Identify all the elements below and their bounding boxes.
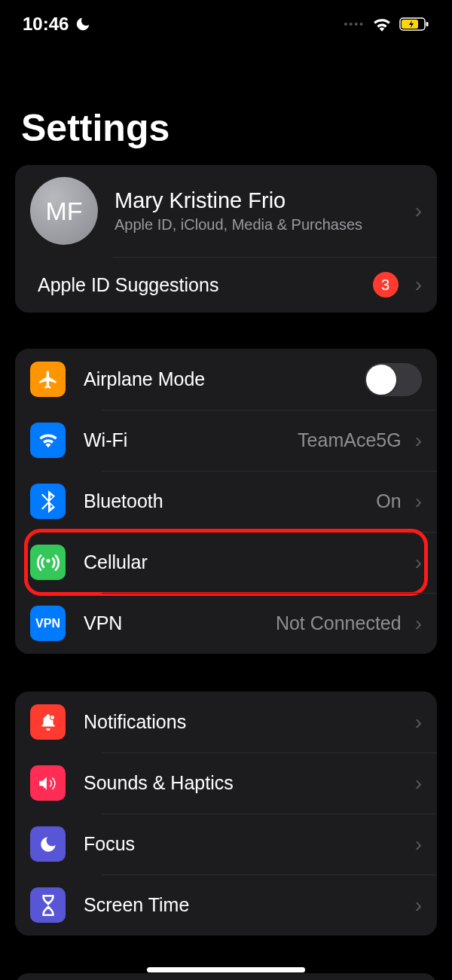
chevron-right-icon: › bbox=[409, 429, 422, 453]
vpn-label: VPN bbox=[66, 612, 276, 634]
chevron-right-icon: › bbox=[409, 771, 422, 795]
wifi-status-icon bbox=[372, 17, 392, 32]
avatar: MF bbox=[30, 177, 98, 245]
sounds-label: Sounds & Haptics bbox=[66, 772, 409, 794]
vpn-icon: VPN bbox=[30, 606, 66, 641]
status-right: •••• bbox=[344, 17, 429, 32]
chevron-right-icon: › bbox=[409, 612, 422, 636]
general-group: General › bbox=[15, 973, 437, 980]
chevron-right-icon: › bbox=[409, 551, 422, 575]
chevron-right-icon: › bbox=[409, 710, 422, 734]
wifi-value: TeamAce5G bbox=[298, 429, 409, 451]
home-indicator[interactable] bbox=[147, 967, 305, 972]
wifi-row[interactable]: Wi-Fi TeamAce5G › bbox=[15, 410, 437, 471]
wifi-label: Wi-Fi bbox=[66, 429, 298, 451]
bluetooth-value: On bbox=[376, 490, 408, 512]
bluetooth-label: Bluetooth bbox=[66, 490, 376, 512]
chevron-right-icon: › bbox=[409, 832, 422, 856]
airplane-icon bbox=[30, 362, 66, 397]
sounds-row[interactable]: Sounds & Haptics › bbox=[15, 753, 437, 814]
chevron-right-icon: › bbox=[409, 199, 422, 223]
chevron-right-icon: › bbox=[409, 490, 422, 514]
svg-point-4 bbox=[50, 716, 53, 719]
notifications-icon bbox=[30, 704, 66, 740]
profile-row[interactable]: MF Mary Kristine Frio Apple ID, iCloud, … bbox=[15, 165, 437, 257]
airplane-mode-row[interactable]: Airplane Mode bbox=[15, 349, 437, 410]
vpn-row[interactable]: VPN VPN Not Connected › bbox=[15, 593, 437, 654]
status-bar: 10:46 •••• bbox=[0, 0, 452, 42]
screentime-label: Screen Time bbox=[66, 894, 409, 916]
cellular-row[interactable]: Cellular › bbox=[15, 532, 437, 593]
cellular-label: Cellular bbox=[66, 551, 409, 573]
general-row[interactable]: General › bbox=[15, 973, 437, 980]
hourglass-icon bbox=[30, 887, 66, 923]
notifications-label: Notifications bbox=[66, 711, 409, 733]
suggestions-label: Apple ID Suggestions bbox=[38, 274, 373, 296]
focus-group: Notifications › Sounds & Haptics › Focus… bbox=[15, 691, 437, 936]
status-left: 10:46 bbox=[23, 14, 91, 35]
sounds-icon bbox=[30, 765, 66, 801]
chevron-right-icon: › bbox=[409, 273, 422, 297]
bluetooth-row[interactable]: Bluetooth On › bbox=[15, 471, 437, 532]
avatar-initials: MF bbox=[45, 197, 82, 226]
bluetooth-icon bbox=[30, 484, 66, 519]
focus-icon bbox=[30, 826, 66, 862]
airplane-label: Airplane Mode bbox=[66, 368, 365, 390]
focus-label: Focus bbox=[66, 833, 409, 855]
network-group: Airplane Mode Wi-Fi TeamAce5G › Bluetoot… bbox=[15, 349, 437, 654]
focus-row[interactable]: Focus › bbox=[15, 814, 437, 875]
svg-rect-1 bbox=[426, 22, 429, 26]
profile-group: MF Mary Kristine Frio Apple ID, iCloud, … bbox=[15, 165, 437, 313]
vpn-value: Not Connected bbox=[276, 612, 409, 634]
chevron-right-icon: › bbox=[409, 893, 422, 917]
wifi-icon bbox=[30, 423, 66, 458]
profile-name: Mary Kristine Frio bbox=[115, 188, 409, 213]
page-title: Settings bbox=[0, 42, 452, 165]
apple-id-suggestions-row[interactable]: Apple ID Suggestions 3 › bbox=[15, 257, 437, 313]
suggestions-badge: 3 bbox=[373, 272, 399, 298]
profile-text: Mary Kristine Frio Apple ID, iCloud, Med… bbox=[98, 188, 409, 234]
cellular-icon bbox=[30, 545, 66, 580]
profile-subtitle: Apple ID, iCloud, Media & Purchases bbox=[115, 215, 409, 234]
status-time: 10:46 bbox=[23, 14, 69, 35]
airplane-toggle[interactable] bbox=[365, 363, 422, 396]
dnd-moon-icon bbox=[75, 16, 91, 32]
battery-charging-icon bbox=[399, 17, 429, 32]
notifications-row[interactable]: Notifications › bbox=[15, 691, 437, 753]
cellular-dots-icon: •••• bbox=[344, 18, 365, 30]
screentime-row[interactable]: Screen Time › bbox=[15, 875, 437, 936]
